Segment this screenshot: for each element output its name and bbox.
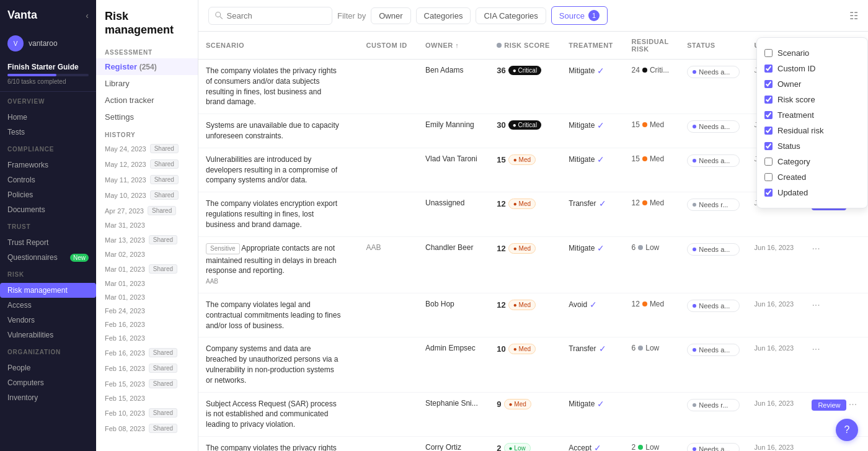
treatment: Mitigate ✓ (569, 120, 616, 130)
sidebar-item-documents[interactable]: Documents (0, 202, 96, 217)
sidebar-item-vulnerabilities[interactable]: Vulnerabilities (0, 328, 96, 342)
cia-filter-btn[interactable]: CIA Categories (476, 7, 546, 24)
sidebar-collapse-btn[interactable]: ‹ (86, 11, 89, 20)
col-picker-status[interactable]: Status (764, 138, 860, 154)
col-picker-updated[interactable]: Updated (764, 185, 860, 200)
col-picker-owner[interactable]: Owner (764, 76, 860, 92)
middle-item-library[interactable]: Library (96, 75, 198, 92)
owner-filter-btn[interactable]: Owner (371, 7, 410, 24)
updated-date: Jun 16, 2023 (755, 300, 794, 308)
categories-filter-btn[interactable]: Categories (416, 7, 471, 24)
col-picker-category[interactable]: Category (764, 154, 860, 169)
owner: Bob Hop (425, 300, 454, 308)
source-filter-btn[interactable]: Source 1 (551, 6, 608, 25)
history-item[interactable]: May 10, 2023Shared (96, 187, 198, 203)
history-item[interactable]: Feb 16, 2023 (96, 318, 198, 331)
middle-item-action-tracker[interactable]: Action tracker (96, 92, 198, 109)
owner: Ben Adams (425, 66, 463, 74)
history-item[interactable]: Feb 16, 2023Shared (96, 360, 198, 376)
scenario-text: The company violates legal and contractu… (206, 300, 342, 331)
row-action-menu[interactable]: ··· (812, 300, 820, 310)
history-item[interactable]: May 12, 2023Shared (96, 156, 198, 172)
history-item[interactable]: May 24, 2023Shared (96, 141, 198, 156)
assessment-label: ASSESSMENT (96, 43, 198, 58)
history-item[interactable]: Apr 27, 2023Shared (96, 203, 198, 218)
source-count-badge: 1 (588, 10, 600, 21)
treatment: Mitigate ✓ (569, 399, 616, 409)
sidebar-item-trust-report[interactable]: Trust Report (0, 235, 96, 250)
review-button[interactable]: Review (812, 400, 846, 411)
col-picker-created[interactable]: Created (764, 169, 860, 185)
owner: Emily Manning (425, 120, 474, 129)
status-badge: Needs a... (687, 120, 739, 133)
sidebar-item-inventory[interactable]: Inventory (0, 390, 96, 405)
sidebar-item-vendors[interactable]: Vendors (0, 313, 96, 328)
trust-section: TRUST (0, 217, 96, 235)
row-action-menu[interactable]: ··· (812, 344, 820, 354)
row-action-menu[interactable]: ··· (812, 243, 820, 254)
col-picker-residual-risk[interactable]: Residual risk (764, 123, 860, 138)
treatment: Transfer ✓ (569, 344, 616, 354)
column-picker-dropdown: Scenario Custom ID Owner Risk score Trea… (756, 37, 868, 208)
col-picker-treatment[interactable]: Treatment (764, 107, 860, 123)
history-item[interactable]: May 11, 2023Shared (96, 172, 198, 187)
history-item[interactable]: Mar 01, 2023Shared (96, 261, 198, 277)
status-badge: Needs a... (687, 300, 739, 312)
scenario-text: The company violates the privacy rights … (206, 443, 342, 451)
history-item[interactable]: Mar 13, 2023Shared (96, 232, 198, 248)
sidebar-item-tests[interactable]: Tests (0, 125, 96, 140)
history-item[interactable]: Feb 15, 2023Shared (96, 376, 198, 391)
progress-bar-bg (7, 74, 89, 76)
middle-item-register[interactable]: Register (254) (96, 58, 198, 75)
sidebar-item-risk-management[interactable]: Risk management (0, 283, 96, 298)
risk-score-cell: 12● Med (497, 243, 554, 254)
residual-risk: 24 Criti... (632, 66, 673, 74)
residual-risk: 2 Low (632, 443, 673, 451)
history-item[interactable]: Feb 10, 2023Shared (96, 405, 198, 421)
sidebar-item-questionnaires[interactable]: QuestionnairesNew (0, 250, 96, 265)
sidebar-item-controls[interactable]: Controls (0, 172, 96, 187)
status-badge: Needs a... (687, 154, 739, 167)
history-item[interactable]: Mar 01, 2023 (96, 290, 198, 304)
search-icon (215, 11, 223, 20)
updated-date: Jun 16, 2023 (755, 400, 794, 407)
search-box[interactable] (208, 7, 332, 25)
col-picker-scenario[interactable]: Scenario (764, 45, 860, 61)
col-picker-custom-id[interactable]: Custom ID (764, 61, 860, 76)
svg-line-1 (220, 17, 223, 19)
history-item[interactable]: Feb 15, 2023 (96, 391, 198, 405)
sidebar-item-policies[interactable]: Policies (0, 187, 96, 202)
status-badge: Needs r... (687, 399, 739, 411)
history-item[interactable]: Mar 01, 2023 (96, 277, 198, 290)
main-content: Filter by Owner Categories CIA Categorie… (198, 0, 868, 451)
sidebar-item-home[interactable]: Home (0, 110, 96, 125)
logo-area: Vanta ‹ (0, 0, 96, 30)
col-header-owner[interactable]: OWNER ↑ (418, 32, 489, 60)
middle-item-settings[interactable]: Settings (96, 109, 198, 125)
residual-risk: 12 Med (632, 300, 673, 308)
row-action-menu[interactable]: ··· (849, 399, 857, 409)
history-item[interactable]: Feb 16, 2023 (96, 331, 198, 345)
history-item[interactable]: Feb 16, 2023Shared (96, 345, 198, 360)
columns-icon[interactable]: ☷ (849, 11, 858, 21)
col-picker-risk-score[interactable]: Risk score (764, 92, 860, 107)
sidebar-item-access[interactable]: Access (0, 298, 96, 313)
treatment: Mitigate ✓ (569, 243, 616, 253)
help-button[interactable]: ? (836, 419, 858, 441)
history-item[interactable]: Mar 02, 2023 (96, 248, 198, 261)
sidebar-item-frameworks[interactable]: Frameworks (0, 158, 96, 172)
scenario-text: Company systems and data are breached by… (206, 344, 342, 385)
search-input[interactable] (227, 11, 326, 20)
history-item[interactable]: Feb 24, 2023 (96, 304, 198, 318)
table-row: Company systems and data are breached by… (198, 337, 868, 392)
sidebar-item-people[interactable]: People (0, 360, 96, 375)
history-item[interactable]: Mar 31, 2023 (96, 218, 198, 232)
sidebar-item-computers[interactable]: Computers (0, 375, 96, 390)
owner: Chandler Beer (425, 243, 473, 252)
compliance-label: COMPLIANCE (7, 146, 89, 153)
overview-section: OVERVIEW (0, 92, 96, 110)
history-item[interactable]: Feb 08, 2023Shared (96, 421, 198, 436)
risk-score-cell: 12● Med (497, 300, 554, 310)
user-area: V vantaroo (0, 30, 96, 56)
risk-score-cell: 15● Med (497, 154, 554, 165)
